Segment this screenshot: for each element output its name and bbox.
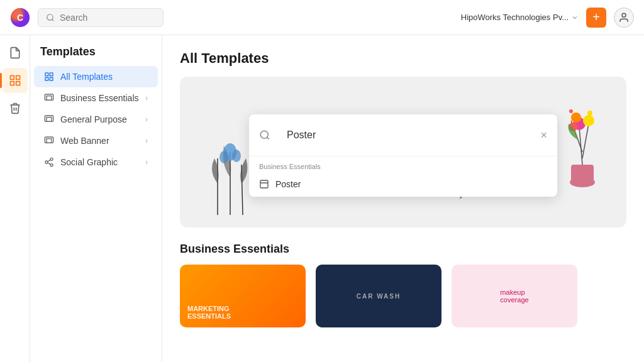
chevron-right-icon: ›: [145, 136, 148, 145]
svg-rect-9: [10, 82, 14, 85]
svg-rect-10: [45, 73, 48, 76]
sidebar-item-label: Social Graphic: [60, 157, 118, 167]
template-card-2[interactable]: CAR WASH: [316, 265, 441, 327]
card3-text: makeupcoverage: [500, 288, 528, 304]
icon-rail: [0, 35, 30, 362]
svg-rect-13: [45, 77, 48, 80]
svg-rect-19: [47, 139, 52, 143]
search-input-row: ×: [249, 114, 557, 156]
svg-point-41: [569, 109, 573, 113]
svg-point-5: [622, 13, 626, 17]
svg-rect-15: [47, 96, 52, 101]
sidebar-item-all-templates[interactable]: All Templates: [34, 66, 158, 87]
svg-rect-45: [260, 180, 268, 188]
template-icon: [9, 74, 21, 87]
sidebar-item-business-essentials[interactable]: Business Essentials ›: [34, 87, 158, 109]
svg-point-39: [571, 112, 581, 123]
svg-point-20: [50, 158, 53, 160]
svg-point-21: [45, 161, 48, 163]
hero-banner: Create beautiful documents: [180, 77, 626, 228]
add-button[interactable]: +: [586, 8, 606, 28]
sidebar-item-general-purpose[interactable]: General Purpose ›: [34, 109, 158, 130]
rail-item-templates[interactable]: [3, 68, 28, 93]
search-icon: [46, 13, 55, 22]
svg-point-3: [47, 14, 53, 19]
company-name-label: HipoWorks Technologies Pv...: [461, 13, 569, 22]
global-search-bar[interactable]: [38, 8, 164, 27]
svg-line-4: [52, 19, 54, 21]
sidebar-title: Templates: [30, 45, 162, 66]
document-icon: [9, 47, 21, 59]
cards-row: MARKETINGESSENTIALS CAR WASH makeupcover…: [180, 265, 626, 327]
social-icon: [44, 157, 54, 167]
logo[interactable]: C: [10, 8, 30, 28]
svg-line-23: [48, 163, 51, 165]
dropdown-item-poster[interactable]: Poster: [259, 174, 547, 194]
svg-point-22: [50, 164, 53, 167]
trash-icon: [9, 102, 21, 114]
general-icon: [44, 114, 54, 124]
svg-rect-33: [571, 165, 594, 182]
svg-point-42: [587, 111, 592, 116]
plant-left-decoration: [205, 133, 255, 221]
user-icon: [618, 12, 630, 23]
rail-item-document[interactable]: [3, 40, 28, 65]
svg-rect-12: [50, 77, 53, 80]
svg-point-30: [232, 150, 241, 162]
poster-icon: [259, 179, 269, 189]
dropdown-search-icon: [259, 129, 270, 141]
dropdown-section-label: Business Essentials: [259, 163, 547, 170]
sidebar-item-social-graphic[interactable]: Social Graphic ›: [34, 151, 158, 173]
content-area: All Templates: [162, 35, 644, 362]
sidebar-item-label: General Purpose: [60, 114, 127, 124]
page-title: All Templates: [180, 50, 626, 67]
dropdown-item-label: Poster: [275, 179, 301, 189]
main-layout: Templates All Templates Business Essenti…: [0, 35, 644, 362]
svg-line-24: [48, 160, 51, 162]
header: C HipoWorks Technologies Pv... +: [0, 0, 644, 35]
company-selector[interactable]: HipoWorks Technologies Pv...: [461, 13, 579, 22]
svg-rect-8: [16, 82, 19, 85]
sidebar-item-label: All Templates: [60, 72, 113, 82]
sidebar: Templates All Templates Business Essenti…: [30, 35, 162, 362]
rail-item-trash[interactable]: [3, 96, 28, 121]
global-search-input[interactable]: [60, 13, 154, 23]
svg-point-43: [260, 131, 268, 138]
header-right: HipoWorks Technologies Pv... +: [461, 8, 634, 28]
search-dropdown: × Business Essentials Poster: [249, 114, 557, 197]
sidebar-item-label: Business Essentials: [60, 93, 139, 103]
chevron-right-icon: ›: [145, 158, 148, 167]
chevron-down-icon: [571, 14, 579, 21]
template-card-3[interactable]: makeupcoverage: [452, 265, 577, 327]
svg-rect-7: [16, 76, 19, 80]
svg-text:C: C: [17, 13, 23, 23]
svg-line-44: [267, 137, 269, 139]
sidebar-item-label: Web Banner: [60, 136, 109, 146]
svg-rect-6: [10, 76, 14, 80]
svg-point-29: [219, 151, 228, 163]
header-left: C: [10, 8, 164, 28]
template-search-input[interactable]: [277, 122, 534, 148]
svg-point-40: [583, 115, 594, 126]
card2-text: CAR WASH: [357, 293, 401, 300]
card1-decoration: MARKETINGESSENTIALS: [187, 305, 231, 320]
chevron-right-icon: ›: [145, 115, 148, 124]
business-essentials-title: Business Essentials: [180, 243, 626, 256]
grid-icon: [44, 72, 54, 82]
search-clear-button[interactable]: ×: [540, 129, 547, 142]
user-avatar-button[interactable]: [614, 8, 634, 28]
template-card-1[interactable]: MARKETINGESSENTIALS: [180, 265, 306, 327]
business-icon: [44, 93, 54, 103]
svg-rect-11: [50, 73, 53, 76]
dropdown-section: Business Essentials Poster: [249, 156, 557, 197]
svg-line-35: [582, 124, 589, 158]
sidebar-item-web-banner[interactable]: Web Banner ›: [34, 130, 158, 151]
web-banner-icon: [44, 136, 54, 146]
svg-rect-17: [47, 118, 52, 122]
chevron-right-icon: ›: [145, 94, 148, 102]
